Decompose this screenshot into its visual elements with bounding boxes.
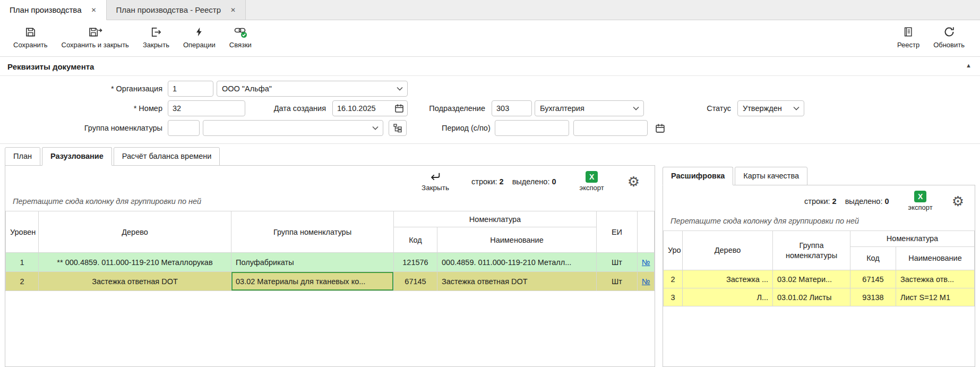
- chevron-down-icon: [633, 106, 639, 110]
- registry-button[interactable]: Реестр: [897, 25, 919, 49]
- rows-count: 2: [500, 177, 504, 186]
- column-header-tree[interactable]: Дерево: [39, 211, 231, 253]
- norm-link[interactable]: №: [642, 258, 650, 267]
- save-button[interactable]: Сохранить: [13, 25, 48, 49]
- window-tab-production-plan[interactable]: План производства ✕: [0, 0, 107, 20]
- column-header-level[interactable]: Уро: [664, 231, 683, 270]
- detail-tabs: Расшифровка Карты качества: [663, 167, 975, 185]
- nomenclature-group-select[interactable]: [203, 120, 383, 136]
- selected-label: выделено:: [845, 197, 883, 206]
- column-header-unit[interactable]: ЕИ: [597, 211, 638, 253]
- nomenclature-group-label: Группа номенклатуры: [0, 124, 168, 132]
- table-row[interactable]: 1 ** 000.4859. 011.000-119-210 Металлору…: [6, 253, 655, 272]
- detail-panel-area: Расшифровка Карты качества строки: 2 выд…: [663, 147, 975, 367]
- nomenclature-tree-button[interactable]: [389, 120, 407, 136]
- links-button[interactable]: Связки: [229, 25, 252, 49]
- column-header-level[interactable]: Уровен: [6, 211, 39, 253]
- group-by-hint: Перетащите сюда колонку для группировки …: [663, 212, 975, 231]
- cell-name[interactable]: Застежка ответная DOT: [437, 272, 597, 291]
- main-grid-panel: Закрыть строки: 2 выделено: 0 X экспорт …: [5, 165, 655, 367]
- number-field[interactable]: [168, 100, 245, 116]
- cell-nom-group[interactable]: Полуфабрикаты: [231, 253, 394, 272]
- group-header-nomenclature: Номенклатура: [850, 231, 975, 247]
- cell-norm[interactable]: №: [638, 253, 655, 272]
- cell-level[interactable]: 3: [664, 288, 683, 306]
- norm-link[interactable]: №: [642, 277, 650, 286]
- window-tab-production-plan-registry[interactable]: План производства - Реестр ✕: [107, 0, 246, 20]
- grid-close-button[interactable]: Закрыть: [422, 171, 449, 192]
- column-header-cut[interactable]: [638, 211, 655, 253]
- rows-label: строки:: [471, 177, 497, 186]
- table-row[interactable]: 2 Застежка ... 03.02 Матери... 67145 Зас…: [664, 270, 975, 288]
- organization-select[interactable]: ООО "Альфа": [217, 81, 408, 97]
- back-arrow-icon: [428, 171, 442, 183]
- tab-plan[interactable]: План: [5, 147, 40, 166]
- column-header-code[interactable]: Код: [394, 227, 437, 253]
- close-icon[interactable]: ✕: [91, 7, 96, 13]
- department-select[interactable]: Бухгалтерия: [535, 100, 644, 116]
- cell-code[interactable]: 67145: [394, 272, 437, 291]
- column-header-nom-group[interactable]: Группа номенклатуры: [773, 231, 850, 270]
- status-select[interactable]: Утвержден: [737, 100, 804, 116]
- cell-code[interactable]: 67145: [850, 270, 896, 288]
- export-excel-button[interactable]: X экспорт: [580, 171, 604, 192]
- refresh-icon: [943, 25, 956, 39]
- number-label: * Номер: [0, 104, 168, 113]
- cell-nom-group[interactable]: 03.02 Матери...: [773, 270, 850, 288]
- settings-gear-icon[interactable]: ⚙: [627, 175, 640, 189]
- document-tabs: План Разузлование Расчёт баланса времени: [5, 147, 655, 166]
- settings-gear-icon[interactable]: ⚙: [952, 194, 964, 208]
- tab-quality-cards[interactable]: Карты качества: [735, 167, 807, 185]
- period-calendar-button[interactable]: [655, 123, 665, 133]
- grid-row-stats: строки: 2 выделено: 0: [471, 177, 556, 186]
- cell-norm[interactable]: №: [638, 272, 655, 291]
- chain-link-check-icon: [234, 25, 247, 39]
- lightning-icon: [194, 25, 204, 39]
- tab-time-balance[interactable]: Расчёт баланса времени: [114, 147, 220, 166]
- department-code-field[interactable]: [492, 100, 532, 116]
- operations-button[interactable]: Операции: [183, 25, 216, 49]
- form-row-organization: * Организация ООО "Альфа": [0, 80, 980, 97]
- save-and-close-icon: [88, 25, 102, 39]
- cell-tree[interactable]: Л...: [683, 288, 773, 306]
- cell-nom-group[interactable]: 03.01.02 Листы: [773, 288, 850, 306]
- cell-unit[interactable]: Шт: [597, 272, 638, 291]
- cell-name[interactable]: Застежка отв...: [896, 270, 975, 288]
- save-and-close-button[interactable]: Сохранить и закрыть: [62, 25, 129, 49]
- table-row[interactable]: 2 Застежка ответная DOT 03.02 Материалы …: [6, 272, 655, 291]
- tab-rasshifrovka[interactable]: Расшифровка: [663, 167, 733, 185]
- cell-unit[interactable]: Шт: [597, 253, 638, 272]
- organization-code-field[interactable]: [168, 81, 213, 97]
- column-header-name[interactable]: Наименование: [896, 247, 975, 270]
- cell-tree[interactable]: ** 000.4859. 011.000-119-210 Металлорука…: [39, 253, 231, 272]
- collapse-section-icon[interactable]: ▲: [966, 62, 972, 69]
- refresh-button[interactable]: Обновить: [933, 25, 965, 49]
- table-row[interactable]: 3 Л... 03.01.02 Листы 93138 Лист S=12 М1: [664, 288, 975, 306]
- nomenclature-group-code-field[interactable]: [168, 120, 200, 136]
- cell-tree[interactable]: Застежка ответная DOT: [39, 272, 231, 291]
- cell-code[interactable]: 93138: [850, 288, 896, 306]
- chevron-down-icon: [397, 87, 403, 91]
- cell-name[interactable]: Лист S=12 М1: [896, 288, 975, 306]
- created-date-field[interactable]: [332, 100, 408, 116]
- column-header-nom-group[interactable]: Группа номенклатуры: [231, 211, 394, 253]
- period-from-field[interactable]: [495, 120, 569, 136]
- period-label: Период (с/по): [442, 124, 494, 132]
- close-document-button[interactable]: Закрыть: [143, 25, 169, 49]
- cell-tree[interactable]: Застежка ...: [683, 270, 773, 288]
- cell-name[interactable]: 000.4859. 011.000-119-210 Металл...: [437, 253, 597, 272]
- period-to-field[interactable]: [573, 120, 648, 136]
- tab-razuzlovanie[interactable]: Разузлование: [42, 147, 112, 166]
- column-header-code[interactable]: Код: [850, 247, 896, 270]
- column-header-name[interactable]: Наименование: [437, 227, 597, 253]
- status-label: Статус: [692, 104, 736, 113]
- cell-level[interactable]: 1: [6, 253, 39, 272]
- column-header-tree[interactable]: Дерево: [683, 231, 773, 270]
- main-grid-area: План Разузлование Расчёт баланса времени…: [5, 147, 655, 367]
- cell-level[interactable]: 2: [6, 272, 39, 291]
- export-excel-button[interactable]: X экспорт: [908, 191, 933, 211]
- cell-nom-group-selected[interactable]: 03.02 Материалы для тканевых ко...: [231, 272, 394, 291]
- cell-level[interactable]: 2: [664, 270, 683, 288]
- cell-code[interactable]: 121576: [394, 253, 437, 272]
- close-icon[interactable]: ✕: [230, 7, 236, 13]
